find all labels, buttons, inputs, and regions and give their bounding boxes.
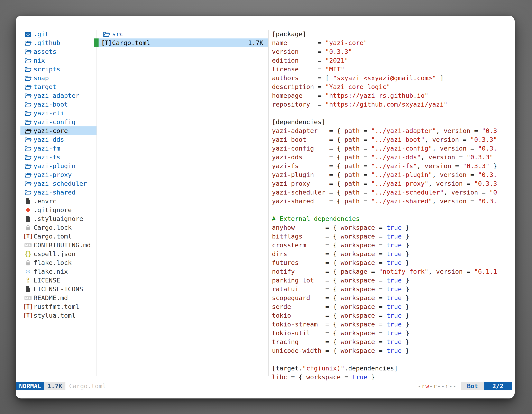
file-name: LICENSE (34, 276, 60, 285)
file-name: nix (34, 56, 45, 65)
parent-item-target[interactable]: target (20, 82, 96, 91)
parent-directory-pane: .git.githubassetsnixscriptssnaptargetyaz… (20, 30, 96, 320)
parent-item-nix[interactable]: nix (20, 56, 96, 65)
preview-line: homepage = "https://yazi-rs.github.io" (272, 91, 513, 100)
md-icon (24, 241, 32, 249)
file-name: target (34, 82, 57, 91)
file-name: yazi-core (34, 126, 68, 135)
preview-line: authors = [ "sxyazi <sxyazi@gmail.com>" … (272, 74, 513, 82)
current-item-src[interactable]: src (94, 30, 268, 39)
parent-item-yazi-dds[interactable]: yazi-dds (20, 135, 96, 144)
file-name: src (112, 30, 124, 39)
preview-line: yazi-adapter = { path = "../yazi-adapter… (272, 126, 513, 135)
parent-item-yazi-adapter[interactable]: yazi-adapter (20, 91, 96, 100)
git-folder-icon (24, 30, 32, 38)
preview-line: tokio-util = { workspace = true } (272, 329, 513, 337)
file-name: .github (34, 39, 60, 47)
parent-item-rustfmt.toml[interactable]: [T]rustfmt.toml (20, 302, 96, 311)
parent-item-snap[interactable]: snap (20, 74, 96, 82)
parent-item-CONTRIBUTING.md[interactable]: CONTRIBUTING.md (20, 241, 96, 250)
parent-item-yazi-plugin[interactable]: yazi-plugin (20, 162, 96, 170)
file-name: yazi-adapter (34, 91, 79, 100)
parent-item-yazi-proxy[interactable]: yazi-proxy (20, 170, 96, 179)
pane-divider-left (96, 30, 97, 376)
parent-item-yazi-core[interactable]: yazi-core (20, 126, 96, 135)
parent-item-yazi-shared[interactable]: yazi-shared (20, 188, 96, 197)
parent-item-flake.lock[interactable]: flake.lock (20, 258, 96, 267)
file-name: yazi-scheduler (34, 179, 87, 188)
parent-item-scripts[interactable]: scripts (20, 65, 96, 74)
current-item-Cargo.toml[interactable]: [T]Cargo.toml1.7K (94, 39, 268, 47)
preview-blank-line (272, 206, 513, 214)
parent-item-assets[interactable]: assets (20, 47, 96, 56)
parent-item-.envrc[interactable]: .envrc (20, 197, 96, 206)
file-name: yazi-fs (34, 153, 60, 162)
folder-open-icon (24, 48, 32, 56)
folder-open-icon (24, 83, 32, 91)
preview-line: name = "yazi-core" (272, 39, 513, 47)
folder-open-icon (24, 57, 32, 64)
toml-icon: [T] (103, 39, 110, 47)
preview-line: ratatui = { workspace = true } (272, 285, 513, 294)
file-name: flake.lock (34, 258, 72, 267)
parent-item-cspell.json[interactable]: {}cspell.json (20, 250, 96, 258)
parent-item-.styluaignore[interactable]: .styluaignore (20, 214, 96, 223)
parent-item-yazi-boot[interactable]: yazi-boot (20, 100, 96, 109)
parent-item-.git[interactable]: .git (20, 30, 96, 39)
preview-line: yazi-scheduler = { path = "../yazi-sched… (272, 188, 513, 197)
file-name: flake.nix (34, 267, 68, 276)
file-name: snap (34, 74, 49, 82)
file-name: .git (34, 30, 49, 39)
parent-item-LICENSE-ICONS[interactable]: LICENSE-ICONS (20, 285, 96, 294)
parent-item-yazi-fm[interactable]: yazi-fm (20, 144, 96, 153)
file-preview-pane[interactable]: [package]name = "yazi-core"version = "0.… (272, 30, 513, 382)
parent-item-README.md[interactable]: README.md (20, 294, 96, 302)
parent-item-LICENSE[interactable]: LICENSE (20, 276, 96, 285)
parent-item-Cargo.lock[interactable]: Cargo.lock (20, 223, 96, 232)
folder-open-icon (24, 180, 32, 188)
toml-icon: [T] (24, 303, 32, 311)
preview-line: serde = { workspace = true } (272, 302, 513, 311)
parent-item-yazi-scheduler[interactable]: yazi-scheduler (20, 179, 96, 188)
folder-open-icon (24, 109, 32, 117)
folder-open-icon (24, 127, 32, 135)
preview-line: scopeguard = { workspace = true } (272, 294, 513, 302)
file-name: Cargo.toml (112, 39, 150, 47)
folder-open-icon (24, 189, 32, 196)
file-icon (24, 215, 32, 223)
parent-item-yazi-fs[interactable]: yazi-fs (20, 153, 96, 162)
parent-item-yazi-config[interactable]: yazi-config (20, 118, 96, 126)
folder-open-icon (24, 162, 32, 170)
file-name: yazi-fm (34, 144, 60, 153)
parent-item-.github[interactable]: .github (20, 39, 96, 47)
preview-line: parking_lot = { workspace = true } (272, 276, 513, 285)
folder-open-icon (24, 144, 32, 152)
preview-line: yazi-proxy = { path = "../yazi-proxy", v… (272, 179, 513, 188)
file-icon (24, 285, 32, 293)
preview-line: futures = { workspace = true } (272, 258, 513, 267)
folder-open-icon (24, 118, 32, 126)
file-name: yazi-boot (34, 100, 68, 109)
folder-open-icon (24, 101, 32, 108)
parent-item-.gitignore[interactable]: .gitignore (20, 206, 96, 214)
preview-line: bitflags = { workspace = true } (272, 232, 513, 241)
preview-line: libc = { workspace = true } (272, 373, 513, 382)
preview-line: yazi-shared = { path = "../yazi-shared",… (272, 197, 513, 206)
file-name: LICENSE-ICONS (34, 285, 83, 294)
parent-item-stylua.toml[interactable]: [T]stylua.toml (20, 311, 96, 320)
preview-line: license = "MIT" (272, 65, 513, 74)
file-name: cspell.json (34, 250, 76, 258)
parent-item-yazi-cli[interactable]: yazi-cli (20, 109, 96, 118)
preview-line: [dependencies] (272, 118, 513, 126)
file-name: CONTRIBUTING.md (34, 241, 91, 250)
parent-item-Cargo.toml[interactable]: [T]Cargo.toml (20, 232, 96, 241)
key-icon (24, 277, 32, 284)
git-diamond-icon (24, 206, 32, 214)
folder-open-icon (24, 39, 32, 47)
terminal-window: .git.githubassetsnixscriptssnaptargetyaz… (16, 16, 515, 398)
status-filename: Cargo.toml (69, 382, 106, 390)
file-name: yazi-proxy (34, 170, 72, 179)
parent-item-flake.nix[interactable]: ❄flake.nix (20, 267, 96, 276)
preview-line: tokio-stream = { workspace = true } (272, 320, 513, 329)
preview-line: anyhow = { workspace = true } (272, 223, 513, 232)
